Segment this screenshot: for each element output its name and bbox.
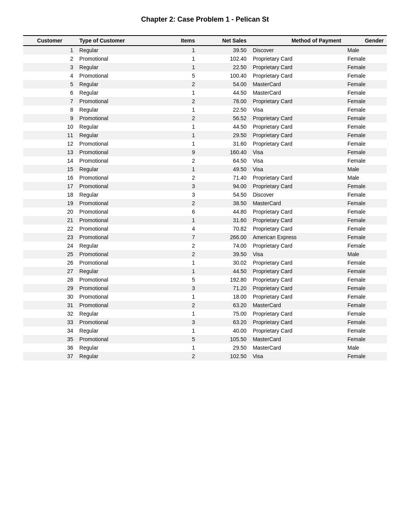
cell-items: 2 xyxy=(164,80,198,88)
cell-type: Promotional xyxy=(76,275,164,284)
table-row: 13Promotional9160.40VisaFemale xyxy=(23,148,387,156)
cell-type: Promotional xyxy=(76,148,164,156)
cell-gender: Female xyxy=(344,284,387,292)
cell-type: Regular xyxy=(76,46,164,54)
cell-customer: 5 xyxy=(23,80,76,88)
cell-customer: 36 xyxy=(23,343,76,352)
cell-netsales: 31.60 xyxy=(198,139,250,148)
cell-items: 2 xyxy=(164,199,198,207)
cell-payment: MasterCard xyxy=(250,88,344,97)
table-row: 24Regular274.00Proprietary CardFemale xyxy=(23,241,387,250)
table-row: 5Regular254.00MasterCardFemale xyxy=(23,80,387,88)
cell-gender: Female xyxy=(344,233,387,241)
table-row: 17Promotional394.00Proprietary CardFemal… xyxy=(23,182,387,190)
table-row: 20Promotional644.80Proprietary CardFemal… xyxy=(23,207,387,216)
cell-gender: Female xyxy=(344,63,387,71)
cell-payment: Proprietary Card xyxy=(250,63,344,71)
cell-gender: Male xyxy=(344,250,387,258)
cell-customer: 18 xyxy=(23,190,76,199)
cell-payment: MasterCard xyxy=(250,301,344,309)
cell-type: Regular xyxy=(76,122,164,131)
table-row: 6Regular144.50MasterCardFemale xyxy=(23,88,387,97)
cell-items: 9 xyxy=(164,148,198,156)
col-header-gender: Gender xyxy=(344,36,387,46)
cell-type: Promotional xyxy=(76,250,164,258)
cell-netsales: 63.20 xyxy=(198,301,250,309)
cell-payment: Visa xyxy=(250,165,344,173)
cell-gender: Female xyxy=(344,207,387,216)
cell-payment: Proprietary Card xyxy=(250,139,344,148)
cell-payment: MasterCard xyxy=(250,343,344,352)
cell-type: Regular xyxy=(76,326,164,335)
cell-type: Promotional xyxy=(76,173,164,182)
cell-netsales: 192.80 xyxy=(198,275,250,284)
cell-gender: Female xyxy=(344,131,387,139)
cell-items: 2 xyxy=(164,114,198,122)
cell-customer: 35 xyxy=(23,335,76,343)
cell-items: 1 xyxy=(164,267,198,275)
cell-gender: Female xyxy=(344,301,387,309)
table-row: 34Regular140.00Proprietary CardFemale xyxy=(23,326,387,335)
cell-customer: 33 xyxy=(23,318,76,326)
cell-netsales: 94.00 xyxy=(198,182,250,190)
cell-gender: Female xyxy=(344,258,387,267)
cell-items: 1 xyxy=(164,326,198,335)
cell-type: Regular xyxy=(76,309,164,318)
table-row: 11Regular129.50Proprietary CardFemale xyxy=(23,131,387,139)
cell-gender: Female xyxy=(344,267,387,275)
table-row: 32Regular175.00Proprietary CardFemale xyxy=(23,309,387,318)
cell-netsales: 105.50 xyxy=(198,335,250,343)
cell-type: Promotional xyxy=(76,207,164,216)
cell-netsales: 75.00 xyxy=(198,309,250,318)
cell-payment: Proprietary Card xyxy=(250,173,344,182)
cell-netsales: 39.50 xyxy=(198,46,250,54)
cell-type: Promotional xyxy=(76,114,164,122)
cell-netsales: 54.50 xyxy=(198,190,250,199)
cell-netsales: 78.00 xyxy=(198,97,250,105)
cell-netsales: 44.80 xyxy=(198,207,250,216)
cell-items: 1 xyxy=(164,343,198,352)
cell-type: Regular xyxy=(76,131,164,139)
cell-customer: 2 xyxy=(23,54,76,63)
cell-type: Regular xyxy=(76,105,164,114)
cell-customer: 6 xyxy=(23,88,76,97)
cell-items: 3 xyxy=(164,190,198,199)
cell-customer: 23 xyxy=(23,233,76,241)
cell-items: 1 xyxy=(164,122,198,131)
cell-payment: Proprietary Card xyxy=(250,54,344,63)
cell-customer: 21 xyxy=(23,216,76,224)
cell-customer: 11 xyxy=(23,131,76,139)
cell-customer: 25 xyxy=(23,250,76,258)
cell-type: Regular xyxy=(76,63,164,71)
cell-payment: Proprietary Card xyxy=(250,131,344,139)
cell-type: Promotional xyxy=(76,182,164,190)
cell-gender: Female xyxy=(344,241,387,250)
cell-gender: Female xyxy=(344,54,387,63)
cell-gender: Female xyxy=(344,216,387,224)
table-row: 4Promotional5100.40Proprietary CardFemal… xyxy=(23,71,387,80)
table-row: 35Promotional5105.50MasterCardFemale xyxy=(23,335,387,343)
table-row: 23Promotional7266.00American ExpressFema… xyxy=(23,233,387,241)
cell-items: 1 xyxy=(164,258,198,267)
cell-payment: Proprietary Card xyxy=(250,182,344,190)
cell-payment: Proprietary Card xyxy=(250,216,344,224)
cell-items: 3 xyxy=(164,284,198,292)
table-row: 19Promotional238.50MasterCardFemale xyxy=(23,199,387,207)
cell-gender: Female xyxy=(344,97,387,105)
cell-gender: Female xyxy=(344,309,387,318)
cell-type: Regular xyxy=(76,165,164,173)
cell-netsales: 22.50 xyxy=(198,63,250,71)
col-header-items: Items xyxy=(164,36,198,46)
cell-netsales: 266.00 xyxy=(198,233,250,241)
cell-gender: Female xyxy=(344,156,387,165)
cell-type: Promotional xyxy=(76,216,164,224)
table-row: 21Promotional131.60Proprietary CardFemal… xyxy=(23,216,387,224)
cell-items: 1 xyxy=(164,54,198,63)
cell-payment: Proprietary Card xyxy=(250,207,344,216)
cell-gender: Female xyxy=(344,80,387,88)
cell-customer: 8 xyxy=(23,105,76,114)
cell-payment: Discover xyxy=(250,190,344,199)
cell-payment: Proprietary Card xyxy=(250,292,344,301)
cell-type: Promotional xyxy=(76,284,164,292)
cell-customer: 26 xyxy=(23,258,76,267)
